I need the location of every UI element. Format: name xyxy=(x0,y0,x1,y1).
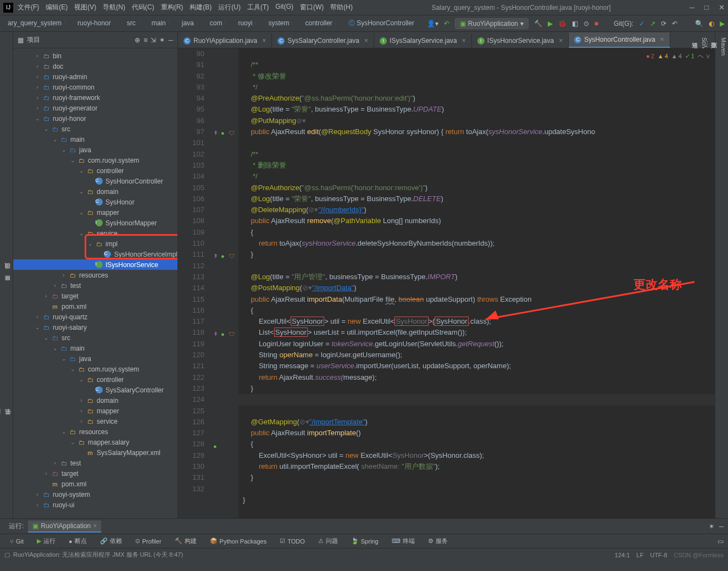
search-icon[interactable]: 🔍 xyxy=(695,20,703,27)
breadcrumb-item[interactable]: java xyxy=(177,18,205,29)
right-tool-strip[interactable]: Maven数据库SciView通知 xyxy=(715,32,728,518)
tree-node[interactable]: ›🗀ruoyi-system xyxy=(13,489,177,500)
close-tab-icon[interactable]: × xyxy=(660,36,664,43)
status-icon[interactable]: ▢ xyxy=(4,551,10,558)
minimize-icon[interactable]: ─ xyxy=(690,3,694,12)
hide-icon[interactable]: ─ xyxy=(168,36,173,44)
left-bottom-vtabs[interactable]: 书签结构 xyxy=(0,417,13,423)
tree-node[interactable]: IISysHonorService xyxy=(13,259,177,270)
bottom-tab[interactable]: 🔗依赖 xyxy=(95,537,127,545)
editor-tab[interactable]: CRuoYiApplication.java× xyxy=(178,34,272,48)
git-update-icon[interactable]: ✓ xyxy=(639,20,644,27)
menu-item[interactable]: 代码(C) xyxy=(132,3,154,12)
tool-tab[interactable]: 书签 xyxy=(3,417,13,423)
stop-icon[interactable]: ■ xyxy=(594,20,598,27)
editor-tabs[interactable]: CRuoYiApplication.java×CSysSalaryControl… xyxy=(178,32,715,48)
tree-node[interactable]: ⌄🗀impl xyxy=(13,239,177,249)
bottom-tab[interactable]: 🍃Spring xyxy=(346,537,384,545)
tree-node[interactable]: ⌄🗀java xyxy=(13,353,177,364)
bottom-tab[interactable]: ⚙服务 xyxy=(423,537,453,545)
close-icon[interactable]: ✕ xyxy=(719,3,725,12)
breadcrumb-item[interactable]: ruoyi xyxy=(234,18,264,29)
tree-node[interactable]: ›🗀ruoyi-admin xyxy=(13,71,177,82)
coverage-icon[interactable]: ◧ xyxy=(572,20,578,27)
event-log-icon[interactable]: ▭ xyxy=(718,537,724,545)
breadcrumb-item[interactable]: ary_query_system xyxy=(3,18,73,29)
settings-icon[interactable]: ✶ xyxy=(159,36,165,44)
git-revert-icon[interactable]: ↶ xyxy=(672,20,677,27)
bottom-tool-tabs[interactable]: ⑂Git▶运行●断点🔗依赖⊙Profiler🔨构建📦Python Package… xyxy=(0,534,728,548)
tree-node[interactable]: ›🗀target xyxy=(13,291,177,301)
tree-node[interactable]: ›🗀test xyxy=(13,280,177,291)
tree-node[interactable]: ⌄🗀mapper.salary xyxy=(13,437,177,447)
caret-position[interactable]: 124:1 xyxy=(615,552,630,558)
menu-item[interactable]: 运行(U) xyxy=(218,3,241,12)
tree-node[interactable]: ⌄🗀src xyxy=(13,332,177,343)
tree-node[interactable]: ⌄🗀controller xyxy=(13,374,177,385)
debug-icon[interactable]: 🐞 xyxy=(558,20,566,27)
close-tab-icon[interactable]: × xyxy=(462,37,466,45)
tree-node[interactable]: ›🗀ruoyi-ui xyxy=(13,500,177,510)
line-gutter[interactable]: 9091929394959697101102103104105106107108… xyxy=(178,48,211,518)
tree-node[interactable]: ›🗀ruoyi-framework xyxy=(13,92,177,103)
tree-node[interactable]: ISysHonorMapper xyxy=(13,218,177,228)
tool-tab[interactable]: ▦ 项目 xyxy=(2,36,13,518)
bottom-tab[interactable]: ⌨终端 xyxy=(386,537,420,545)
tree-node[interactable]: ›🗀target xyxy=(13,468,177,479)
tree-node[interactable]: ›🗀bin xyxy=(13,51,177,61)
breadcrumb-item[interactable]: main xyxy=(147,18,177,29)
git-history-icon[interactable]: ⟳ xyxy=(661,20,666,27)
maximize-icon[interactable]: □ xyxy=(704,3,709,12)
menu-item[interactable]: 工具(T) xyxy=(247,3,269,12)
run-icon[interactable]: ▶ xyxy=(548,20,553,27)
tree-node[interactable]: ⌄🗀java xyxy=(13,145,177,155)
code-content[interactable]: /** * 修改荣誉 */ @PreAuthorize("@ss.hasPerm… xyxy=(238,48,715,518)
tree-node[interactable]: ⌄🗀ruoyi-honor xyxy=(13,113,177,124)
tree-node[interactable]: ⌄🗀com.ruoyi.system xyxy=(13,364,177,374)
tree-node[interactable]: ⌄🗀com.ruoyi.system xyxy=(13,155,177,165)
menu-item[interactable]: Git(G) xyxy=(275,3,293,12)
window-controls[interactable]: ─ □ ✕ xyxy=(690,3,725,12)
bottom-tab[interactable]: ▶运行 xyxy=(31,537,61,545)
close-tab-icon[interactable]: × xyxy=(559,37,563,45)
run-anything-icon[interactable]: ▶ xyxy=(720,20,725,27)
menu-item[interactable]: 重构(R) xyxy=(161,3,184,12)
editor-tab[interactable]: CSysHonorController.java× xyxy=(569,32,670,48)
bottom-tab[interactable]: 📦Python Packages xyxy=(204,537,273,545)
project-tree[interactable]: ›🗀bin›🗀doc›🗀ruoyi-admin›🗀ruoyi-common›🗀r… xyxy=(13,48,177,518)
tree-node[interactable]: ›🗀ruoyi-common xyxy=(13,82,177,92)
main-menu[interactable]: 文件(F)编辑(E)视图(V)导航(N)代码(C)重构(R)构建(B)运行(U)… xyxy=(18,3,353,12)
user-icon[interactable]: 👤▾ xyxy=(427,20,438,27)
tree-node[interactable]: ⌄🗀service xyxy=(13,228,177,239)
breadcrumb-item[interactable]: system xyxy=(264,18,301,29)
editor-tab[interactable]: CSysSalaryController.java× xyxy=(272,34,374,48)
tree-node[interactable]: CSysHonor xyxy=(13,197,177,207)
tree-node[interactable]: CSysHonorController xyxy=(13,176,177,186)
tree-node[interactable]: mpom.xml xyxy=(13,301,177,312)
gutter-icons[interactable]: ↟●🛡 ↟●🛡 ↟●🛡 ● xyxy=(211,48,238,518)
tree-node[interactable]: ›🗀ruoyi-generator xyxy=(13,103,177,113)
hide-run-icon[interactable]: ─ xyxy=(719,523,724,530)
bottom-tab[interactable]: 🔨构建 xyxy=(169,537,202,545)
tree-node[interactable]: ›🗀mapper xyxy=(13,406,177,416)
breadcrumb[interactable]: ary_query_systemruoyi-honorsrcmainjavaco… xyxy=(3,18,427,29)
inspections-widget[interactable]: ● 2 ▲ 4 ▲ 4 ✓ 1 ヘ ∨ xyxy=(646,51,710,62)
tree-node[interactable]: ›🗀doc xyxy=(13,61,177,71)
back-icon[interactable]: ↶ xyxy=(444,20,449,27)
menu-item[interactable]: 编辑(E) xyxy=(46,3,68,12)
editor-tab[interactable]: IISysHonorService.java× xyxy=(472,34,569,48)
breadcrumb-item[interactable]: src xyxy=(123,18,147,29)
editor-tab[interactable]: IISysSalaryService.java× xyxy=(374,34,472,48)
gear-icon[interactable]: ✶ xyxy=(709,523,714,530)
tree-node[interactable]: mSysSalaryMapper.xml xyxy=(13,447,177,458)
close-tab-icon[interactable]: × xyxy=(364,37,368,45)
menu-item[interactable]: 窗口(W) xyxy=(300,3,324,12)
tree-node[interactable]: ›🗀domain xyxy=(13,395,177,406)
tree-node[interactable]: ⌄🗀src xyxy=(13,124,177,134)
expand-icon[interactable]: ≡ xyxy=(143,36,147,44)
tree-node[interactable]: ⌄🗀main xyxy=(13,134,177,145)
menu-item[interactable]: 视图(V) xyxy=(74,3,96,12)
tree-node[interactable]: CSysSalaryController xyxy=(13,385,177,395)
tree-node[interactable]: ›🗀test xyxy=(13,458,177,468)
git-push-icon[interactable]: ↗ xyxy=(650,20,655,27)
